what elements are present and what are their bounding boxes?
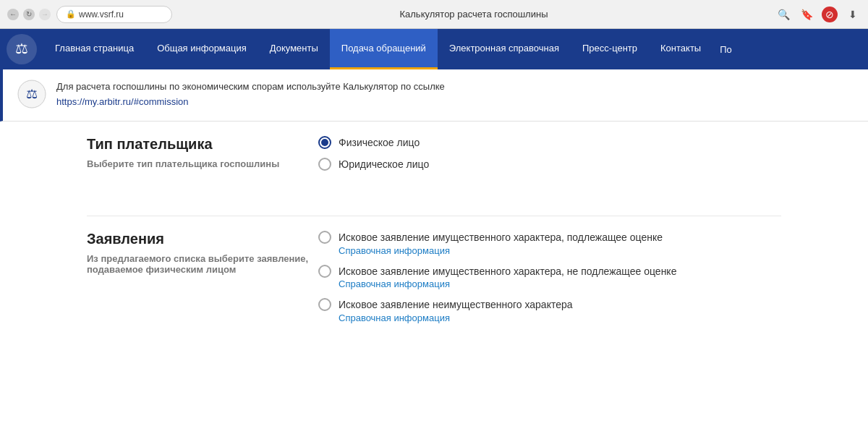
claim-row-0[interactable]: Исковое заявление имущественного характе… <box>318 231 781 245</box>
radio-non-property[interactable] <box>318 298 331 311</box>
nav-item-contacts[interactable]: Контакты <box>649 29 712 69</box>
payer-option-individual[interactable]: Физическое лицо <box>318 136 781 149</box>
claim-info-link-2[interactable]: Справочная информация <box>339 312 781 323</box>
nav-items: Главная страница Общая информация Докуме… <box>43 29 739 69</box>
claim-label-1: Исковое заявление имущественного характе… <box>339 265 676 279</box>
nav-item-more[interactable]: По <box>712 29 739 69</box>
browser-nav-buttons[interactable]: ← ↻ → <box>7 9 51 20</box>
claims-hint: Из предлагаемого списка выберите заявлен… <box>87 253 318 275</box>
nav-item-general[interactable]: Общая информация <box>145 29 258 69</box>
payer-individual-label: Физическое лицо <box>339 137 420 148</box>
nav-item-docs[interactable]: Документы <box>258 29 330 69</box>
nav-item-home[interactable]: Главная страница <box>43 29 145 69</box>
radio-property-assessed[interactable] <box>318 231 331 244</box>
payer-option-legal[interactable]: Юридическое лицо <box>318 158 781 171</box>
payer-hint: Выберите тип плательщика госпошлины <box>87 158 318 169</box>
claim-info-link-1[interactable]: Справочная информация <box>339 278 781 289</box>
payer-label: Тип плательщика Выберите тип плательщика… <box>87 136 318 179</box>
info-banner: ⚖ Для расчета госпошлины по экономически… <box>0 69 868 122</box>
claim-label-2: Исковое заявление неимущественного харак… <box>339 298 573 312</box>
payer-legal-label: Юридическое лицо <box>339 158 429 170</box>
claim-option-non-property: Исковое заявление неимущественного харак… <box>318 298 781 323</box>
browser-title: Калькулятор расчета госпошлины <box>178 9 770 20</box>
main-nav: ⚖ Главная страница Общая информация Доку… <box>0 29 868 69</box>
payer-options: Физическое лицо Юридическое лицо <box>318 136 781 179</box>
banner-logo: ⚖ <box>17 80 46 111</box>
payer-title: Тип плательщика <box>87 136 318 153</box>
browser-actions[interactable]: 🔍 🔖 ⊘ ⬇ <box>775 7 861 22</box>
back-button[interactable]: ← <box>7 9 19 20</box>
claim-row-1[interactable]: Исковое заявление имущественного характе… <box>318 265 781 279</box>
download-icon[interactable]: ⬇ <box>845 7 861 22</box>
address-bar[interactable]: 🔒 www.vsrf.ru <box>56 6 172 23</box>
radio-legal[interactable] <box>318 158 331 171</box>
claim-option-property-assessed: Исковое заявление имущественного характе… <box>318 231 781 256</box>
claims-section: Заявления Из предлагаемого списка выбери… <box>87 231 781 346</box>
nav-item-appeals[interactable]: Подача обращений <box>330 29 438 69</box>
svg-text:⚖: ⚖ <box>15 41 28 56</box>
claims-title: Заявления <box>87 231 318 247</box>
search-icon[interactable]: 🔍 <box>775 7 791 22</box>
url-text: www.vsrf.ru <box>79 9 124 20</box>
svg-text:⚖: ⚖ <box>26 87 38 101</box>
reload-button[interactable]: ↻ <box>23 9 35 20</box>
claims-label: Заявления Из предлагаемого списка выбери… <box>87 231 318 332</box>
lock-icon: 🔒 <box>66 9 76 19</box>
nav-item-reference[interactable]: Электронная справочная <box>438 29 571 69</box>
banner-link[interactable]: https://my.arbitr.ru/#commission <box>56 96 189 107</box>
nav-item-press[interactable]: Пресс-центр <box>571 29 649 69</box>
main-content: Тип плательщика Выберите тип плательщика… <box>0 122 868 383</box>
claims-options: Исковое заявление имущественного характе… <box>318 231 781 332</box>
block-icon[interactable]: ⊘ <box>822 7 838 22</box>
forward-button[interactable]: → <box>39 9 51 20</box>
browser-chrome: ← ↻ → 🔒 www.vsrf.ru Калькулятор расчета … <box>0 0 868 29</box>
section-divider-1 <box>87 216 781 216</box>
radio-property-not-assessed[interactable] <box>318 265 331 278</box>
bookmark-icon[interactable]: 🔖 <box>799 7 814 22</box>
radio-individual[interactable] <box>318 136 331 149</box>
claim-row-2[interactable]: Исковое заявление неимущественного харак… <box>318 298 781 312</box>
banner-text: Для расчета госпошлины по экономическим … <box>56 80 445 110</box>
claim-option-property-not-assessed: Исковое заявление имущественного характе… <box>318 265 781 290</box>
claim-label-0: Исковое заявление имущественного характе… <box>339 231 663 245</box>
payer-section: Тип плательщика Выберите тип плательщика… <box>87 136 781 194</box>
claim-info-link-0[interactable]: Справочная информация <box>339 245 781 256</box>
site-logo: ⚖ <box>0 29 43 69</box>
